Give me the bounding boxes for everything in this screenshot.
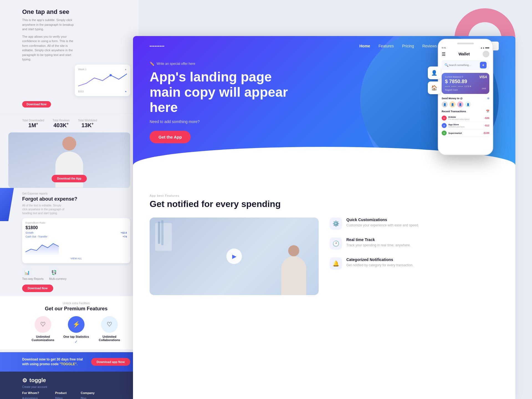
features-title: Get notified for every spending [150,199,499,209]
phone-search-input[interactable] [449,64,480,66]
features-video-area: ▶ [150,218,319,295]
pencil-icon: ✏️ [150,62,154,66]
transactions-header: Recent Transactions 📅 [442,110,489,113]
features-section: App best Features Get notified for every… [133,180,515,306]
avatar-4: 👤 [465,101,471,108]
footer-link[interactable]: Billing [55,397,72,399]
phone-add-button[interactable]: + [480,62,487,68]
supermarket-icon: S [442,131,447,135]
download-app-btn[interactable]: Download the App [52,175,87,182]
bell-icon: 🔔 [330,257,342,270]
view-all-link[interactable]: VIEW ALL [25,257,127,260]
footer-col-company: Company Blog About us Terms of use Priva… [81,391,98,399]
premium-features-grid: ♡ Unlimited Customizations ⚡ One tap Sta… [22,316,130,344]
feature-unlimited-collab: ♡ Unlimited Collaborations [96,316,123,344]
nav-home[interactable]: Home [359,44,370,48]
footer-link[interactable]: Blog [81,397,98,399]
appstore-icon: A [442,123,447,128]
avatar-1: 👤 [442,101,448,108]
send-avatars: 👤 👤 👤 👤 [442,101,489,108]
nav-logo: ━━━━━━ [150,44,165,48]
nav-reviews[interactable]: Reviews [422,44,437,48]
footer-logo: ⚙ toggle [22,377,130,384]
section-one-tap: One tap and see This is the app's subtit… [0,0,139,113]
promo-bar: Download now to get 30 days free trialwi… [0,352,139,372]
stats-row: Total Downloaded 1M+ Total Reviews 403K+… [0,113,139,133]
phone-search-bar: 🔍 + [442,60,489,70]
svg-marker-1 [25,244,59,256]
transaction-supermarket: S Supermarket -$199 [442,129,489,137]
stat-downloaded: Total Downloaded 1M+ [22,119,44,129]
footer-cols: For Whom? Autonomous Business Advisor Co… [22,391,130,399]
transaction-dribble: D Dribble Pro account subscription -$36 [442,114,489,122]
download-now-btn-1[interactable]: Download Now [22,101,51,108]
credit-card: Current Balance © VISA $ 7850.89 •••• ••… [442,73,489,94]
promo-text: Download now to get 30 days free trialwi… [22,357,83,367]
feature-icons-row: 📊 Two-way Reports 💱 Multi-currency [22,267,130,280]
currency-icon: 💱 [49,267,59,277]
promo-download-btn[interactable]: Download app Now [91,358,130,366]
dribble-icon: D [442,116,447,121]
chart-line-svg [78,72,127,89]
premium-section: Unlock extra Facilities Get our Premium … [0,296,139,349]
right-page: ━━━━━━ Home Features Pricing Reviews Dow… [133,36,515,399]
expense-cards: Expenditure Ratio $1800 Growth +42.6 Cas… [22,218,130,263]
send-money-row: Send Money to @ ⊕ [442,97,489,100]
wallet-title: Wallet [459,52,470,56]
section1-title: One tap and see [22,8,130,16]
woman-section: Download the App [8,132,130,188]
reports-icon: 📊 [22,267,32,277]
feature-icon-blue: ⚡ [68,316,85,333]
phone-status-bar: 9:41 ▲▲ ■■■ [442,47,489,49]
nav-pricing[interactable]: Pricing [402,44,414,48]
hero-title: App's landing page main copy will appear… [150,69,288,115]
footer: ⚙ toggle Create your account For Whom? A… [0,372,139,399]
chart-preview-card: Week 1 ▲ $333 ▲ [75,65,130,96]
search-icon: 🔍 [444,63,449,67]
visa-logo: VISA [479,75,487,79]
features-list: ⚙️ Quick Customizations Customize your e… [330,218,499,295]
two-way-reports: 📊 Two-way Reports [22,267,44,280]
woman-image: Download the App [8,132,130,188]
section1-desc2: The app allows you to verify your confid… [22,34,78,62]
download-now-btn-2[interactable]: Download Now [22,285,53,292]
calendar-icon: 📅 [486,110,489,113]
avatar-3: 👤 [457,101,463,108]
feature-real-time-track: 🕐 Real time Track Track your spending in… [330,237,499,250]
multi-currency: 💱 Multi-currency [49,267,66,280]
extra-icon-1: 👤 [428,66,441,79]
footer-col-product: Product Billing Accounting Taxes Privacy… [55,391,72,399]
get-the-app-button[interactable]: Get the App [150,131,191,143]
phone-header: ☰ Wallet [442,51,489,57]
gear-icon: ⚙️ [330,218,342,230]
play-button[interactable]: ▶ [226,249,242,264]
left-page: One tap and see This is the app's subtit… [0,0,139,399]
phone-extra-icons: 👤 🏠 [428,66,441,94]
footer-col-forwho: For Whom? Autonomous Business Advisor Co… [22,391,47,399]
section1-desc1: This is the app's subtitle. Simply click… [22,18,78,32]
nav-features[interactable]: Features [378,44,394,48]
stat-reviews: Total Reviews 403K+ [53,119,70,129]
footer-link[interactable]: Autonomous [22,397,47,399]
mini-chart [25,239,59,256]
expense-section: Get Expense reports Forgot about expense… [0,188,139,296]
feature-one-tap: ⚡ One tap Statistics ✓ [62,316,90,344]
clock-icon: 🕐 [330,237,342,250]
phone-avatar [483,51,489,57]
avatar-2: 👤 [449,101,456,108]
feature-icon-pink: ♡ [35,316,51,333]
feature-quick-customizations: ⚙️ Quick Customizations Customize your e… [330,218,499,230]
phone-notch [457,43,474,44]
features-label: App best Features [150,194,499,197]
features-layout: ▶ ⚙️ Quick Customizations Customize your… [150,218,499,295]
feature-unlimited-custom: ♡ Unlimited Customizations [29,316,57,344]
feature-categorized-notifications: 🔔 Categorized Notifications Get notified… [330,257,499,270]
stat-wishlisted: Total Wishlisted 13K+ [78,119,97,129]
feature-icon-light-blue: ♡ [101,316,118,333]
svg-point-0 [109,74,112,76]
extra-icon-2: 🏠 [428,81,441,94]
hero-section: ━━━━━━ Home Features Pricing Reviews Dow… [133,36,515,180]
transaction-appstore: A App Store Software purchase -$12 [442,122,489,129]
expenditure-card: Expenditure Ratio $1800 Growth +42.6 Cas… [22,218,130,263]
phone-mockup: 9:41 ▲▲ ■■■ ☰ Wallet 🔍 + Current Balance… [438,39,493,155]
